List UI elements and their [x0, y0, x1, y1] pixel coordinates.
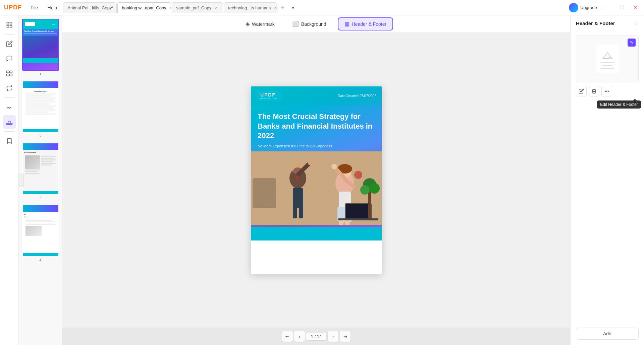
convert-icon[interactable] [3, 81, 16, 95]
thumbnail-1[interactable]: Date... The Most Crucial Strategy for Ba… [21, 19, 59, 76]
svg-point-24 [331, 164, 337, 169]
maximize-button[interactable]: ❐ [618, 3, 627, 12]
thumb-image-4: 02 Section [22, 205, 59, 257]
thumb-image-3: 01 Introduction [22, 143, 59, 195]
tab-tech[interactable]: technolog...ts humans ✕ [224, 2, 277, 13]
svg-rect-2 [7, 25, 9, 27]
main-layout: ‹ Date... The Most Crucial Strategy for … [0, 15, 644, 345]
favorite-button[interactable]: ☆ [634, 20, 639, 26]
thumb-number-1: 1 [39, 72, 41, 76]
last-page-button[interactable]: ⇥ [340, 331, 351, 342]
pdf-header: UPDF www.updf.com Date Created: 05/07/20… [251, 86, 382, 105]
first-page-button[interactable]: ⇤ [282, 331, 293, 342]
next-page-button[interactable]: › [328, 331, 338, 342]
thumbnail-2[interactable]: Table of Contents [21, 81, 59, 138]
close-button[interactable]: ✕ [631, 3, 640, 12]
right-panel-header: Header & Footer ☆ [571, 15, 644, 30]
svg-rect-38 [253, 178, 276, 208]
svg-point-15 [308, 160, 313, 165]
sign-icon[interactable] [3, 100, 16, 114]
file-menu[interactable]: File [27, 4, 42, 12]
toolbar-top: ◈ Watermark ⬜ Background ▦ Header & Foot… [62, 15, 570, 33]
pdf-cover: UPDF www.updf.com Date Created: 05/07/20… [251, 86, 382, 240]
svg-rect-18 [293, 202, 297, 218]
minimize-button[interactable]: — [605, 3, 614, 12]
mountain-icon [601, 51, 614, 60]
svg-rect-0 [7, 22, 9, 24]
edit-header-footer-button[interactable] [576, 86, 587, 96]
tab-close-2[interactable]: ✕ [168, 5, 171, 10]
thumb-number-3: 3 [39, 196, 41, 200]
add-tab-button[interactable]: + [278, 3, 287, 12]
watermark-button[interactable]: ◈ Watermark [239, 18, 281, 30]
tab-close-1[interactable]: ✕ [116, 5, 117, 10]
header-footer-preview: ✎ [576, 36, 639, 82]
svg-rect-19 [299, 202, 303, 218]
tab-close-4[interactable]: ✕ [273, 5, 277, 10]
svg-rect-8 [6, 123, 12, 124]
prev-page-button[interactable]: ‹ [294, 331, 305, 342]
pdf-view-area: UPDF www.updf.com Date Created: 05/07/20… [62, 33, 570, 328]
main-content: ◈ Watermark ⬜ Background ▦ Header & Foot… [62, 15, 570, 345]
thumb-page-content-1: Date... The Most Crucial Strategy for Ba… [23, 19, 58, 70]
pdf-people-illustration [251, 151, 382, 225]
pdf-page: UPDF www.updf.com Date Created: 05/07/20… [251, 86, 382, 274]
pdf-image-section [251, 151, 382, 227]
thumbnail-3[interactable]: 01 Introduction [21, 143, 59, 200]
tab-sample[interactable]: sample_pdf_Copy ✕ [172, 2, 223, 13]
svg-rect-33 [368, 192, 371, 218]
help-menu[interactable]: Help [44, 4, 61, 12]
thumb-image-1: Date... The Most Crucial Strategy for Ba… [22, 19, 59, 71]
pdf-bottom [251, 240, 382, 274]
sidebar-icons: ‹ [0, 15, 19, 345]
svg-rect-7 [9, 74, 12, 76]
background-button[interactable]: ⬜ Background [286, 18, 332, 30]
add-button[interactable]: Add [576, 328, 639, 340]
tab-banking[interactable]: banking w...apar_Copy ✕ [117, 2, 171, 13]
pages-icon[interactable] [3, 18, 16, 31]
svg-marker-43 [607, 55, 613, 59]
sidebar-collapse-toggle[interactable]: ‹ [18, 174, 24, 187]
page-indicator: 1 / 14 [306, 333, 327, 340]
pdf-main-text: The Most Crucial Strategy for Banks and … [251, 105, 382, 151]
upgrade-button[interactable]: Upgrade [569, 3, 597, 12]
tab-overflow-button[interactable]: ▾ [288, 3, 298, 12]
edit-text-icon[interactable] [3, 37, 16, 51]
svg-rect-6 [6, 74, 9, 76]
app-logo-text: UPDF [4, 4, 22, 11]
right-panel-title: Header & Footer [576, 20, 615, 26]
user-avatar [569, 3, 578, 12]
comment-icon[interactable] [3, 52, 16, 65]
more-options-button[interactable]: ••• [601, 86, 612, 96]
pdf-title: The Most Crucial Strategy for Banks and … [258, 112, 375, 141]
pdf-subtitle: No More Expenses! It's Time to Go Paperl… [258, 144, 375, 148]
edit-tooltip: Edit Header & Footer [597, 100, 641, 109]
title-bar: UPDF File Help Animal Pai...kills_Copy* … [0, 0, 644, 15]
tab-close-3[interactable]: ✕ [213, 5, 219, 10]
organize-icon[interactable] [3, 67, 16, 80]
pdf-logo: UPDF www.updf.com [256, 90, 281, 101]
thumb-image-2: Table of Contents [22, 81, 59, 133]
header-footer-button[interactable]: ▦ Header & Footer [338, 17, 393, 30]
stamp-icon[interactable] [3, 115, 16, 129]
svg-rect-3 [10, 25, 12, 27]
pdf-image-bg [251, 151, 382, 225]
hf-preview-icon[interactable]: ✎ [628, 39, 636, 47]
right-panel: Header & Footer ☆ ✎ [570, 15, 644, 345]
svg-rect-5 [9, 71, 12, 73]
app-logo: UPDF [4, 4, 22, 11]
delete-header-footer-button[interactable] [589, 86, 599, 96]
svg-point-37 [354, 171, 362, 179]
svg-rect-4 [6, 71, 9, 73]
sidebar-divider-2 [4, 97, 14, 98]
right-panel-bottom: Add [571, 322, 644, 345]
svg-rect-31 [346, 204, 371, 218]
svg-rect-1 [10, 22, 12, 24]
hf-action-buttons: ••• Edit Header & Footer [576, 86, 639, 96]
thumbnail-4[interactable]: 02 Section 4 [21, 205, 59, 262]
tab-animal[interactable]: Animal Pai...kills_Copy* ✕ [63, 2, 117, 13]
bookmark-icon[interactable] [3, 134, 16, 148]
background-icon: ⬜ [292, 21, 299, 27]
hf-preview-page [596, 44, 619, 74]
header-footer-icon: ▦ [344, 21, 350, 27]
